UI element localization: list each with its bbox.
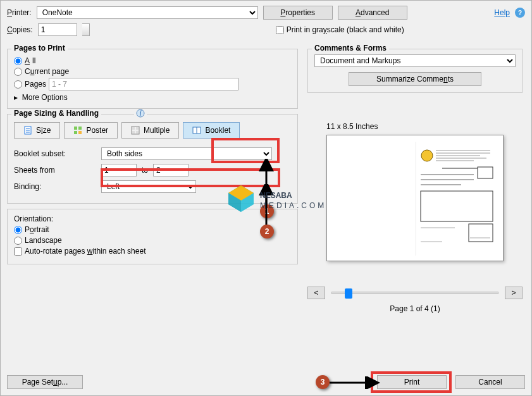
grayscale-check[interactable]: Print in grayscale (black and white) bbox=[276, 25, 404, 34]
comments-select[interactable]: Document and Markups bbox=[314, 54, 516, 67]
preview-pane bbox=[326, 135, 504, 261]
comments-title: Comments & Forms bbox=[312, 44, 389, 53]
printer-label: Printer: bbox=[7, 8, 32, 17]
summarize-button[interactable]: Summarize Comments bbox=[349, 72, 481, 86]
cancel-button[interactable]: Cancel bbox=[455, 375, 525, 389]
radio-current[interactable]: Current page bbox=[14, 67, 291, 76]
preview-zoom-slider[interactable] bbox=[331, 292, 498, 294]
subset-label: Booklet subset: bbox=[14, 149, 96, 158]
help-icon[interactable]: ? bbox=[515, 8, 525, 18]
poster-button[interactable]: Poster bbox=[64, 122, 118, 139]
print-button[interactable]: Print bbox=[377, 375, 447, 389]
preview-next-button[interactable]: > bbox=[505, 287, 523, 299]
multiple-button[interactable]: Multiple bbox=[121, 122, 179, 139]
orientation-group: Orientation: Portrait Landscape Auto-rot… bbox=[7, 209, 298, 264]
print-dialog: Printer: OneNote Properties Advanced Hel… bbox=[0, 0, 532, 396]
radio-portrait[interactable]: Portrait bbox=[14, 225, 291, 234]
copies-spinner[interactable] bbox=[82, 23, 90, 36]
radio-all[interactable]: All bbox=[14, 56, 291, 65]
size-icon bbox=[23, 126, 32, 135]
printer-select[interactable]: OneNote bbox=[37, 6, 258, 19]
orientation-title: Orientation: bbox=[14, 214, 53, 223]
info-icon[interactable]: i bbox=[134, 109, 147, 120]
slider-thumb[interactable] bbox=[345, 288, 352, 299]
copies-input[interactable] bbox=[38, 23, 77, 36]
preview-dimensions: 11 x 8.5 Inches bbox=[326, 122, 523, 131]
sheets-from-input[interactable] bbox=[101, 164, 137, 176]
radio-pages[interactable]: Pages bbox=[14, 80, 46, 89]
page-setup-button[interactable]: Page Setup... bbox=[7, 375, 83, 389]
booklet-button[interactable]: Booklet bbox=[183, 122, 240, 139]
size-button[interactable]: Size bbox=[14, 122, 60, 139]
booklet-icon bbox=[192, 126, 201, 135]
autorotate-check[interactable]: Auto-rotate pages within each sheet bbox=[14, 247, 291, 256]
svg-rect-10 bbox=[132, 131, 135, 133]
preview-page-status: Page 1 of 4 (1) bbox=[307, 304, 523, 313]
sheets-to-label: to bbox=[142, 166, 148, 175]
more-options-expander[interactable]: ▸ More Options bbox=[14, 93, 291, 102]
sheets-from-label: Sheets from bbox=[14, 166, 96, 175]
help-link[interactable]: Help bbox=[494, 8, 510, 17]
svg-rect-9 bbox=[136, 127, 139, 130]
binding-label: Binding: bbox=[14, 182, 96, 191]
svg-rect-5 bbox=[74, 131, 77, 134]
preview-prev-button[interactable]: < bbox=[307, 287, 325, 299]
binding-select[interactable]: Left bbox=[101, 180, 196, 193]
svg-rect-6 bbox=[78, 131, 82, 134]
svg-text:i: i bbox=[140, 109, 142, 118]
svg-rect-3 bbox=[74, 127, 77, 130]
advanced-button[interactable]: Advanced bbox=[338, 6, 407, 20]
poster-icon bbox=[73, 126, 82, 135]
pages-to-print-title: Pages to Print bbox=[11, 44, 68, 53]
svg-rect-11 bbox=[136, 131, 139, 133]
multiple-icon bbox=[131, 126, 140, 135]
svg-point-16 bbox=[421, 150, 433, 161]
sheets-to-input[interactable] bbox=[153, 164, 189, 176]
svg-rect-4 bbox=[78, 127, 82, 130]
sizing-group: Page Sizing & Handling i Size Poster Mul… bbox=[7, 114, 298, 204]
sizing-title: Page Sizing & Handling bbox=[11, 109, 101, 118]
copies-label: Copies: bbox=[7, 25, 33, 34]
radio-landscape[interactable]: Landscape bbox=[14, 236, 291, 245]
pages-range-input[interactable] bbox=[49, 78, 238, 90]
properties-button[interactable]: Properties bbox=[263, 6, 333, 20]
pages-to-print-group: Pages to Print All Current page Pages ▸ … bbox=[7, 49, 298, 109]
svg-rect-8 bbox=[132, 127, 135, 130]
subset-select[interactable]: Both sides bbox=[101, 147, 272, 160]
comments-group: Comments & Forms Document and Markups Su… bbox=[307, 49, 523, 93]
